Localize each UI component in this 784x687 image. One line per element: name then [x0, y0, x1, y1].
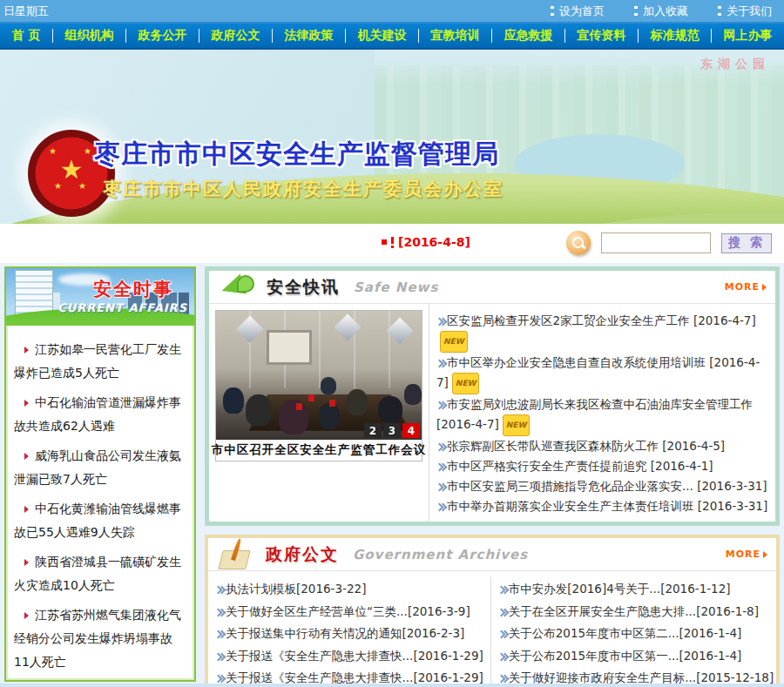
more-arrow-icon	[762, 284, 767, 291]
caret-icon	[24, 559, 29, 566]
nav-item-law-policy[interactable]: 法律政策	[279, 28, 338, 44]
sidebar-news-text: 江苏省苏州燃气集团液化气经销分公司发生爆炸坍塌事故11人死亡	[14, 608, 181, 669]
gov-docs-section: 政府公文 Government Archives MORE 执法计划模板[201…	[205, 535, 780, 687]
search-input[interactable]	[601, 232, 711, 253]
chevron-bullet-icon	[436, 401, 445, 408]
doc-date: [2016-1-29]	[413, 670, 483, 684]
doc-text: 关于做好迎接市政府安全生产目标...	[509, 670, 696, 684]
sidebar-news-text: 中石化输油管道泄漏爆炸事故共造成62人遇难	[14, 395, 181, 433]
nav-item-gov-documents[interactable]: 政府公文	[206, 28, 265, 44]
doc-date: [2015-12-18]	[696, 670, 774, 684]
news-item[interactable]: 市中区严格实行安全生产责任提前追究 [2016-4-1]	[436, 456, 768, 476]
chevron-bullet-icon	[436, 503, 445, 510]
pager-item[interactable]: 2	[364, 423, 382, 438]
doc-date: [2016-3-22]	[296, 582, 366, 596]
safe-news-more-link[interactable]: MORE	[725, 281, 767, 293]
sidebar-news-text: 威海乳山食品公司发生液氨泄漏已致7人死亡	[14, 448, 181, 486]
photo-column: 2 3 4 市中区召开全区安全生产监管工作会议	[209, 304, 429, 522]
news-item[interactable]: 区安监局检查开发区2家工贸企业安全生产工作 [2016-4-7]NEW	[436, 311, 768, 353]
news-item[interactable]: 市中区安监局三项措施指导危化品企业落实安... [2016-3-31]	[436, 476, 768, 496]
news-item[interactable]: 市安监局刘忠波副局长来我区检查中石油油库安全管理工作 [2016-4-7]NEW	[436, 394, 768, 436]
chevron-bullet-icon	[436, 360, 445, 367]
person-graphic	[246, 394, 272, 426]
main-area: 安全时事 CURRENT AFFAIRS 江苏如皋一民营化工厂发生爆炸已造成5人…	[0, 263, 784, 687]
add-favorites-label: 加入收藏	[643, 3, 688, 19]
news-item[interactable]: 张宗辉副区长带队巡查我区森林防火工作 [2016-4-5]	[436, 436, 768, 456]
nav-item-gov-affairs[interactable]: 政务公开	[132, 28, 192, 44]
sidebar-news-item[interactable]: 陕西省澄城县一硫磺矿发生火灾造成10人死亡	[14, 550, 186, 597]
doc-item[interactable]: 关于公布2015年度市中区第一...[2016-1-4]	[498, 645, 774, 668]
nav-item-publicity-materials[interactable]: 宣传资料	[571, 28, 631, 44]
nav-item-home[interactable]: 首 页	[7, 28, 46, 44]
add-favorites-link[interactable]: 加入收藏	[634, 3, 688, 19]
slideshow-pager: 2 3 4	[364, 423, 420, 438]
news-item[interactable]: 市中举办首期落实企业安全生产主体责任培训班 [2016-3-31]	[436, 496, 768, 516]
news-item[interactable]: 市中区举办企业安全隐患自查自改系统使用培训班 [2016-4-7]NEW	[436, 353, 768, 394]
about-us-link[interactable]: 关于我们	[718, 3, 772, 19]
sidebar-subtitle: CURRENT AFFAIRS	[57, 301, 187, 314]
gov-docs-title: 政府公文	[266, 543, 339, 566]
search-button[interactable]: 搜 索	[721, 233, 772, 253]
sidebar-news-item[interactable]: 江苏省苏州燃气集团液化气经销分公司发生爆炸坍塌事故11人死亡	[14, 603, 186, 674]
nav-item-agency-building[interactable]: 机关建设	[352, 28, 411, 44]
nav-item-organization[interactable]: 组织机构	[59, 28, 118, 44]
doc-text: 市中安办发[2016]4号关于...	[509, 582, 660, 596]
news-text: 市安监局刘忠波副局长来我区检查中石油油库安全管理工作	[447, 397, 753, 411]
sidebar-news-text: 中石化黄潍输油管线爆燃事故已55人遇难9人失踪	[14, 502, 181, 539]
chevron-bullet-icon	[215, 653, 224, 660]
caret-icon	[24, 453, 29, 460]
content-column: 安全快讯 Safe News MORE	[205, 266, 780, 682]
person-graphic	[321, 377, 336, 394]
sidebar-news-item[interactable]: 中石化黄潍输油管线爆燃事故已55人遇难9人失踪	[14, 497, 186, 544]
doc-item[interactable]: 关于公布2015年度市中区第二...[2016-1-4]	[498, 623, 774, 645]
topbar-links: 设为首页 加入收藏 关于我们	[551, 3, 772, 19]
doc-item[interactable]: 关于报送《安全生产隐患大排查快...[2016-1-29]	[215, 645, 483, 668]
person-graphic	[319, 403, 340, 429]
nav-separator	[199, 29, 199, 43]
nav-separator	[638, 29, 639, 43]
nav-item-emergency-rescue[interactable]: 应急救援	[498, 28, 558, 44]
doc-date: [2016-1-4]	[679, 626, 742, 640]
sidebar-news-item[interactable]: 中石化输油管道泄漏爆炸事故共造成62人遇难	[14, 391, 186, 438]
doc-date: [2016-2-3]	[402, 626, 465, 640]
photo-caption[interactable]: 市中区召开全区安全生产监管工作会议	[216, 440, 422, 461]
star-icon: ★	[60, 157, 84, 183]
pager-item[interactable]: 3	[383, 423, 401, 438]
sidebar-title: 安全时事	[93, 277, 173, 301]
doc-item[interactable]: 关于在全区开展安全生产隐患大排...[2016-1-8]	[498, 601, 774, 623]
person-graphic	[347, 389, 368, 415]
about-dots-icon	[718, 6, 721, 17]
nav-item-education-training[interactable]: 宣教培训	[425, 28, 484, 44]
sidebar-news-text: 江苏如皋一民营化工厂发生爆炸已造成5人死亡	[14, 342, 181, 380]
chevron-bullet-icon	[436, 318, 445, 325]
nav-item-online-services[interactable]: 网上办事	[718, 28, 777, 44]
doc-item[interactable]: 关于做好全区生产经营单位“三类...[2016-3-9]	[215, 601, 483, 623]
site-title: 枣庄市市中区安全生产监督管理局	[94, 137, 499, 172]
caret-icon	[24, 506, 29, 513]
pager-item-active[interactable]: 4	[402, 423, 420, 438]
nav-separator	[125, 29, 126, 43]
nav-separator	[711, 29, 712, 43]
news-photo-slideshow[interactable]: 2 3 4 市中区召开全区安全生产监管工作会议	[215, 310, 422, 461]
red-item-graphic	[296, 403, 302, 410]
news-text: 市中区严格实行安全生产责任提前追究	[447, 459, 647, 473]
doc-item[interactable]: 市中安办发[2016]4号关于...[2016-1-12]	[498, 578, 774, 601]
more-label: MORE	[726, 549, 760, 560]
doc-item[interactable]: 关于报送集中行动有关情况的通知[2016-2-3]	[215, 623, 483, 645]
sidebar-header-image: 安全时事 CURRENT AFFAIRS	[6, 268, 194, 326]
window-graphic	[267, 330, 312, 365]
set-homepage-link[interactable]: 设为首页	[551, 3, 605, 19]
doc-text: 关于公布2015年度市中区第一...	[509, 649, 679, 663]
safe-news-body: 2 3 4 市中区召开全区安全生产监管工作会议 区安监局检查开发区2家工贸企业安…	[209, 304, 775, 522]
star-icon: ★	[49, 147, 57, 156]
sidebar-news-item[interactable]: 威海乳山食品公司发生液氨泄漏已致7人死亡	[14, 444, 186, 491]
notice-date: [2016-4-8]	[398, 235, 470, 249]
gov-docs-more-link[interactable]: MORE	[726, 549, 767, 560]
new-badge: NEW	[503, 414, 531, 436]
sidebar-news-item[interactable]: 江苏如皋一民营化工厂发生爆炸已造成5人死亡	[14, 338, 186, 385]
star-icon: ★	[84, 147, 91, 156]
scrolling-notice[interactable]: [2016-4-8]	[382, 235, 470, 249]
doc-item[interactable]: 执法计划模板[2016-3-22]	[215, 578, 483, 601]
chevron-bullet-icon	[215, 586, 224, 593]
nav-item-standards[interactable]: 标准规范	[645, 28, 704, 44]
